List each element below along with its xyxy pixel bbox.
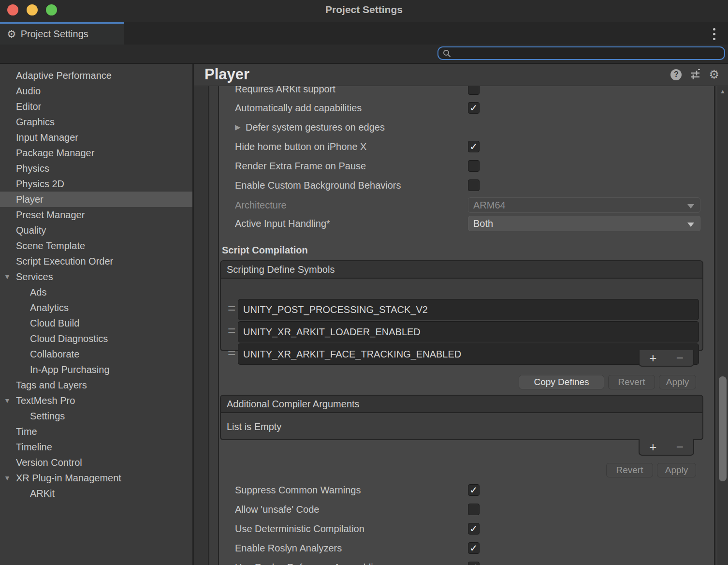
player-settings-content: Requires ARKit supportAutomatically add … bbox=[219, 86, 714, 565]
sidebar-item-scene-template[interactable]: Scene Template bbox=[0, 238, 192, 253]
sidebar-item-xr-plug-in-management[interactable]: ▼XR Plug-in Management bbox=[0, 470, 192, 486]
foldout-expanded-icon[interactable]: ▼ bbox=[4, 470, 11, 486]
gear-icon[interactable]: ⚙ bbox=[709, 69, 719, 80]
sidebar-item-textmesh-pro[interactable]: ▼TextMesh Pro bbox=[0, 393, 192, 408]
foldout-collapsed-icon[interactable]: ▶ bbox=[235, 123, 241, 132]
checkbox-enable-custom-background-behaviors[interactable] bbox=[468, 179, 480, 191]
define-symbol-field[interactable] bbox=[238, 343, 699, 365]
copy-defines-button[interactable]: Copy Defines bbox=[519, 375, 604, 389]
setting-label: Allow 'unsafe' Code bbox=[235, 504, 319, 515]
setting-row-use-deterministic-compilation: Use Deterministic Compilation✓ bbox=[219, 521, 714, 536]
sidebar-item-label: Ads bbox=[30, 284, 46, 300]
checkbox-use-roslyn-reference-assemblies[interactable]: ✓ bbox=[468, 562, 480, 565]
sidebar-item-preset-manager[interactable]: Preset Manager bbox=[0, 207, 192, 223]
vertical-scrollbar[interactable]: ▲ bbox=[717, 86, 728, 565]
checkmark-icon: ✓ bbox=[470, 142, 478, 151]
checkbox-hide-home-button-on-iphone-x[interactable]: ✓ bbox=[468, 141, 480, 152]
preset-icon[interactable] bbox=[689, 69, 701, 80]
list-empty-text: List is Empty bbox=[227, 421, 281, 432]
checkbox-requires-arkit-support[interactable] bbox=[468, 86, 480, 95]
chevron-down-icon bbox=[687, 223, 694, 227]
sidebar-item-package-manager[interactable]: Package Manager bbox=[0, 145, 192, 161]
kebab-menu-icon[interactable] bbox=[709, 26, 719, 42]
define-symbol-row: = bbox=[221, 343, 702, 365]
sidebar-item-audio[interactable]: Audio bbox=[0, 83, 192, 99]
sidebar-item-ads[interactable]: Ads bbox=[0, 284, 192, 300]
checkbox-automatically-add-capabilities[interactable]: ✓ bbox=[468, 102, 480, 114]
sidebar-item-analytics[interactable]: Analytics bbox=[0, 300, 192, 315]
sidebar-item-adaptive-performance[interactable]: Adaptive Performance bbox=[0, 68, 192, 83]
sidebar-item-cloud-build[interactable]: Cloud Build bbox=[0, 315, 192, 331]
sidebar: Adaptive PerformanceAudioEditorGraphicsI… bbox=[0, 64, 192, 565]
checkbox-use-deterministic-compilation[interactable]: ✓ bbox=[468, 523, 480, 535]
drag-handle-icon[interactable]: = bbox=[228, 345, 235, 361]
sidebar-item-timeline[interactable]: Timeline bbox=[0, 439, 192, 455]
sidebar-item-editor[interactable]: Editor bbox=[0, 99, 192, 114]
setting-label: Active Input Handling* bbox=[235, 218, 330, 229]
setting-label: Use Deterministic Compilation bbox=[235, 523, 364, 535]
scrollbar-thumb[interactable] bbox=[719, 376, 727, 481]
sidebar-item-physics-2d[interactable]: Physics 2D bbox=[0, 176, 192, 192]
sidebar-item-physics[interactable]: Physics bbox=[0, 161, 192, 176]
sidebar-item-quality[interactable]: Quality bbox=[0, 223, 192, 238]
define-symbol-row: = bbox=[221, 321, 702, 342]
setting-row-requires-arkit-support: Requires ARKit support bbox=[219, 86, 714, 97]
define-symbol-field[interactable] bbox=[238, 321, 699, 342]
search-box[interactable] bbox=[437, 46, 725, 60]
sidebar-item-cloud-diagnostics[interactable]: Cloud Diagnostics bbox=[0, 331, 192, 346]
revert-arguments-button[interactable]: Revert bbox=[606, 463, 653, 477]
checkmark-icon: ✓ bbox=[470, 563, 478, 565]
window-title: Project Settings bbox=[0, 0, 728, 19]
add-argument-button[interactable]: + bbox=[649, 441, 656, 453]
foldout-expanded-icon[interactable]: ▼ bbox=[4, 393, 11, 408]
dropdown-value: ARM64 bbox=[473, 200, 506, 211]
sidebar-item-label: Scene Template bbox=[16, 238, 85, 253]
player-panel: Player ? ⚙ Requires A bbox=[194, 64, 728, 565]
revert-defines-button[interactable]: Revert bbox=[608, 375, 655, 389]
sidebar-item-collaborate[interactable]: Collaborate bbox=[0, 346, 192, 362]
sidebar-item-label: Editor bbox=[16, 99, 41, 114]
sidebar-item-tags-and-layers[interactable]: Tags and Layers bbox=[0, 377, 192, 393]
drag-handle-icon[interactable]: = bbox=[228, 323, 235, 339]
sidebar-item-label: Physics 2D bbox=[16, 176, 64, 192]
sidebar-item-script-execution-order[interactable]: Script Execution Order bbox=[0, 253, 192, 269]
scroll-up-arrow-icon[interactable]: ▲ bbox=[717, 88, 728, 95]
remove-symbol-button[interactable]: − bbox=[676, 352, 684, 364]
setting-label[interactable]: Defer system gestures on edges bbox=[246, 122, 385, 133]
sidebar-item-version-control[interactable]: Version Control bbox=[0, 455, 192, 470]
sidebar-item-player[interactable]: Player bbox=[0, 192, 192, 207]
sidebar-item-label: Graphics bbox=[16, 114, 55, 130]
apply-arguments-button[interactable]: Apply bbox=[657, 463, 696, 477]
search-input[interactable] bbox=[451, 48, 714, 59]
sidebar-item-label: Services bbox=[16, 269, 53, 284]
help-icon[interactable]: ? bbox=[670, 69, 682, 80]
remove-argument-button[interactable]: − bbox=[676, 441, 684, 453]
add-symbol-button[interactable]: + bbox=[649, 352, 656, 364]
sidebar-item-label: XR Plug-in Management bbox=[16, 470, 121, 486]
sidebar-item-graphics[interactable]: Graphics bbox=[0, 114, 192, 130]
page-title: Player bbox=[204, 66, 249, 83]
checkbox-suppress-common-warnings[interactable]: ✓ bbox=[468, 484, 480, 496]
tab-project-settings[interactable]: ⚙ Project Settings bbox=[0, 22, 124, 45]
sidebar-item-label: ARKit bbox=[30, 486, 55, 501]
sidebar-item-in-app-purchasing[interactable]: In-App Purchasing bbox=[0, 362, 192, 377]
drag-handle-icon[interactable]: = bbox=[228, 301, 235, 316]
sidebar-item-label: Version Control bbox=[16, 455, 82, 470]
foldout-expanded-icon[interactable]: ▼ bbox=[4, 269, 11, 284]
dropdown-active-input-handling[interactable]: Both bbox=[468, 216, 700, 231]
sidebar-item-time[interactable]: Time bbox=[0, 424, 192, 439]
sidebar-item-settings[interactable]: Settings bbox=[0, 408, 192, 424]
sidebar-item-label: Settings bbox=[30, 408, 65, 424]
define-symbol-field[interactable] bbox=[238, 299, 699, 320]
checkbox-allow-unsafe-code[interactable] bbox=[468, 504, 480, 515]
sidebar-item-arkit[interactable]: ARKit bbox=[0, 486, 192, 501]
sidebar-item-services[interactable]: ▼Services bbox=[0, 269, 192, 284]
checkbox-render-extra-frame-on-pause[interactable] bbox=[468, 160, 480, 172]
checkbox-enable-roslyn-analyzers[interactable]: ✓ bbox=[468, 542, 480, 554]
setting-label: Suppress Common Warnings bbox=[235, 485, 361, 496]
apply-defines-button[interactable]: Apply bbox=[659, 375, 696, 389]
tab-bar: ⚙ Project Settings bbox=[0, 22, 728, 45]
setting-row-suppress-common-warnings: Suppress Common Warnings✓ bbox=[219, 482, 714, 498]
sidebar-item-input-manager[interactable]: Input Manager bbox=[0, 130, 192, 145]
sidebar-item-label: In-App Purchasing bbox=[30, 362, 110, 377]
